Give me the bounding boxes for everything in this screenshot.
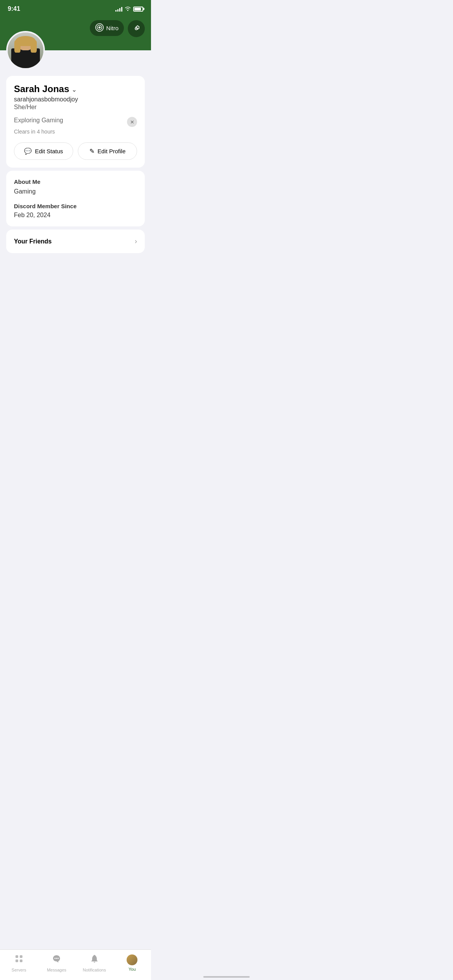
edit-profile-button[interactable]: ✎ Edit Profile (78, 142, 137, 160)
gear-icon (132, 25, 140, 33)
status-icons (115, 6, 143, 12)
status-bar: 9:41 (0, 0, 151, 15)
chevron-right-icon: › (135, 237, 137, 245)
nitro-icon (95, 23, 104, 33)
clear-status-button[interactable]: ✕ (127, 117, 137, 127)
edit-status-button[interactable]: 💬 Edit Status (14, 142, 73, 160)
about-me-text: Gaming (14, 188, 137, 195)
profile-pronouns: She/Her (14, 104, 137, 111)
avatar-wrapper (6, 31, 45, 70)
status-text: Exploring Gaming (14, 117, 63, 124)
avatar-section (0, 50, 151, 73)
avatar (6, 31, 45, 70)
friends-label: Your Friends (14, 238, 52, 245)
nitro-label: Nitro (106, 25, 118, 31)
signal-icon (115, 6, 122, 12)
status-row: Exploring Gaming ✕ (14, 117, 137, 127)
profile-name: Sarah Jonas (14, 84, 69, 94)
status-time: 9:41 (8, 5, 20, 12)
battery-icon (133, 7, 143, 12)
pencil-icon: ✎ (89, 147, 94, 155)
svg-point-2 (99, 27, 100, 28)
action-buttons: 💬 Edit Status ✎ Edit Profile (14, 142, 137, 160)
profile-card: Sarah Jonas ⌄ sarahjonasbobmoodjoy She/H… (6, 76, 145, 168)
settings-button[interactable] (128, 20, 145, 37)
nitro-button[interactable]: Nitro (90, 20, 124, 36)
edit-profile-label: Edit Profile (98, 148, 126, 154)
about-card: About Me Gaming Discord Member Since Feb… (6, 171, 145, 226)
about-me-title: About Me (14, 178, 137, 185)
edit-status-label: Edit Status (35, 148, 63, 154)
chevron-down-icon: ⌄ (72, 86, 77, 93)
wifi-icon (125, 6, 131, 12)
friends-card[interactable]: Your Friends › (6, 230, 145, 253)
status-clear-time: Clears in 4 hours (14, 128, 137, 135)
profile-name-row: Sarah Jonas ⌄ (14, 84, 137, 94)
member-since-date: Feb 20, 2024 (14, 212, 137, 219)
profile-username: sarahjonasbobmoodjoy (14, 96, 137, 103)
member-since-title: Discord Member Since (14, 203, 137, 209)
chat-icon: 💬 (24, 147, 32, 155)
